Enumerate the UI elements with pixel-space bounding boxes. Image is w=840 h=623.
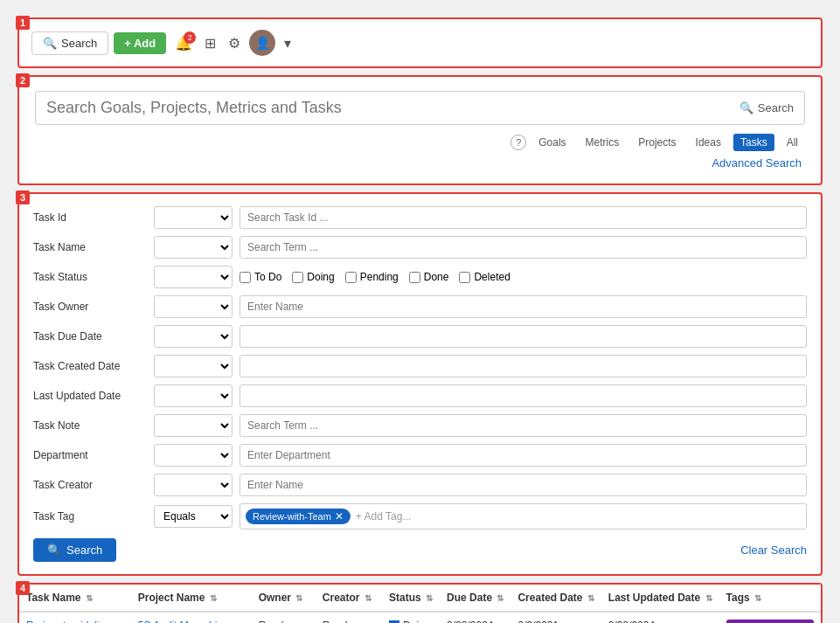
select-task-status[interactable] — [154, 266, 233, 288]
search-icon-button[interactable]: 🔍 Search — [739, 101, 794, 114]
select-task-owner[interactable] — [154, 295, 233, 318]
sort-icon-status: ⇅ — [426, 593, 433, 603]
table-header-row: Task Name ⇅ Project Name ⇅ Owner ⇅ Creat… — [19, 585, 821, 612]
created-date-cell: 9/2/2021 — [510, 612, 600, 623]
search-button-label: Search — [61, 37, 97, 50]
checkbox-todo[interactable]: To Do — [240, 271, 281, 283]
checkbox-done-input[interactable] — [409, 272, 420, 283]
search-button[interactable]: 🔍 Search — [31, 31, 108, 55]
input-last-updated-date[interactable] — [240, 384, 807, 407]
tab-metrics[interactable]: Metrics — [579, 134, 627, 151]
search-icon: 🔍 — [43, 37, 57, 50]
select-department[interactable] — [154, 444, 233, 467]
input-task-due-date[interactable] — [240, 325, 807, 348]
col-creator[interactable]: Creator ⇅ — [316, 585, 382, 612]
main-search-input[interactable] — [46, 99, 731, 117]
checkbox-deleted-label: Deleted — [474, 271, 510, 283]
grid-button[interactable]: ⊞ — [201, 31, 219, 55]
checkbox-doing-label: Doing — [307, 271, 334, 283]
sort-icon-tags: ⇅ — [754, 593, 761, 603]
field-task-status: Task Status To Do Doing Pending — [33, 266, 807, 288]
advanced-search-link[interactable]: Advanced Search — [35, 156, 805, 170]
input-task-id[interactable] — [240, 206, 807, 229]
label-task-id: Task Id — [33, 211, 147, 224]
field-department: Department — [33, 444, 807, 467]
section-2-label: 2 — [16, 73, 30, 87]
select-task-tag-operator[interactable]: Equals — [154, 505, 233, 528]
tab-ideas[interactable]: Ideas — [689, 134, 728, 151]
settings-button[interactable]: ⚙ — [225, 31, 244, 55]
label-department: Department — [33, 449, 147, 461]
col-created-date[interactable]: Created Date ⇅ — [510, 585, 600, 612]
sort-icon-due-date: ⇅ — [496, 593, 503, 603]
toolbar-section: 🔍 Search + Add 🔔 2 ⊞ ⚙ 👤 ▾ — [17, 17, 823, 68]
task-name-link[interactable]: Re-input guideline parameters — [26, 620, 111, 623]
tab-all[interactable]: All — [780, 134, 805, 151]
col-owner[interactable]: Owner ⇅ — [252, 585, 316, 612]
select-task-name[interactable] — [154, 236, 233, 259]
section-4-label: 4 — [16, 581, 30, 595]
label-last-updated-date: Last Updated Date — [33, 390, 147, 402]
field-task-due-date: Task Due Date — [33, 325, 807, 348]
add-tag-text[interactable]: + Add Tag... — [356, 510, 412, 523]
checkbox-doing[interactable]: Doing — [292, 271, 334, 283]
sort-icon-last-updated: ⇅ — [705, 593, 712, 603]
checkbox-deleted[interactable]: Deleted — [459, 271, 510, 283]
tag-input-area[interactable]: Review-with-Team ✕ + Add Tag... — [240, 503, 807, 530]
label-task-created-date: Task Created Date — [33, 360, 147, 372]
add-button[interactable]: + Add — [114, 32, 166, 54]
sort-icon-task-name: ⇅ — [86, 593, 93, 603]
sort-icon-creator: ⇅ — [364, 593, 371, 603]
adv-search-button[interactable]: 🔍 Search — [33, 538, 116, 562]
label-task-creator: Task Creator — [33, 479, 147, 491]
results-section: Task Name ⇅ Project Name ⇅ Owner ⇅ Creat… — [17, 583, 823, 623]
section-1-label: 1 — [16, 16, 30, 30]
tag-value: Review-with-Team — [253, 511, 331, 522]
tab-goals[interactable]: Goals — [531, 134, 573, 151]
checkbox-todo-input[interactable] — [240, 272, 251, 283]
checkbox-done[interactable]: Done — [409, 271, 449, 283]
input-task-owner[interactable] — [240, 295, 807, 318]
tab-tasks[interactable]: Tasks — [733, 134, 774, 151]
col-tags[interactable]: Tags ⇅ — [719, 585, 821, 612]
col-last-updated-date[interactable]: Last Updated Date ⇅ — [601, 585, 719, 612]
tab-projects[interactable]: Projects — [631, 134, 683, 151]
checkbox-pending-input[interactable] — [345, 272, 357, 283]
select-task-creator[interactable] — [154, 474, 233, 496]
notification-badge: 2 — [184, 31, 196, 44]
result-tag: Review with Team — [726, 620, 814, 623]
select-last-updated-date[interactable] — [154, 384, 233, 407]
select-task-created-date[interactable] — [154, 355, 233, 377]
input-task-creator[interactable] — [240, 474, 807, 496]
select-task-due-date[interactable] — [154, 325, 233, 348]
label-task-name: Task Name — [33, 241, 147, 253]
col-due-date[interactable]: Due Date ⇅ — [440, 585, 510, 612]
col-task-name[interactable]: Task Name ⇅ — [19, 585, 131, 612]
input-task-note[interactable] — [240, 414, 807, 437]
input-task-name[interactable] — [240, 236, 807, 259]
search-section: 🔍 Search ? Goals Metrics Projects Ideas … — [24, 82, 816, 178]
owner-cell: Randy Clark — [252, 612, 316, 623]
help-icon[interactable]: ? — [510, 135, 526, 150]
col-project-name[interactable]: Project Name ⇅ — [131, 585, 252, 612]
col-status[interactable]: Status ⇅ — [382, 585, 440, 612]
avatar[interactable]: 👤 — [249, 30, 275, 56]
field-task-id: Task Id — [33, 206, 807, 229]
section-3-label: 3 — [16, 190, 30, 204]
creator-cell: Randy Clark — [316, 612, 382, 623]
remove-tag-icon[interactable]: ✕ — [335, 510, 344, 523]
select-task-note[interactable] — [154, 414, 233, 437]
project-name-link[interactable]: 5S Audit Memphis Action Items — [138, 620, 223, 623]
checkbox-doing-input[interactable] — [292, 272, 303, 283]
input-department[interactable] — [240, 444, 807, 467]
clear-search-button[interactable]: Clear Search — [740, 543, 807, 557]
section-4-wrapper: 4 Task Name ⇅ Project Name ⇅ Owner ⇅ Cre… — [17, 583, 823, 623]
input-task-created-date[interactable] — [240, 355, 807, 377]
select-task-id[interactable] — [154, 206, 233, 229]
notifications-button[interactable]: 🔔 2 — [171, 31, 196, 55]
section-3-wrapper: 3 Task Id Task Name Task Status — [17, 192, 823, 576]
avatar-dropdown-button[interactable]: ▾ — [281, 31, 295, 55]
adv-search-section: Task Id Task Name Task Status To Do — [17, 192, 823, 576]
checkbox-deleted-input[interactable] — [459, 272, 470, 283]
checkbox-pending[interactable]: Pending — [345, 271, 399, 283]
